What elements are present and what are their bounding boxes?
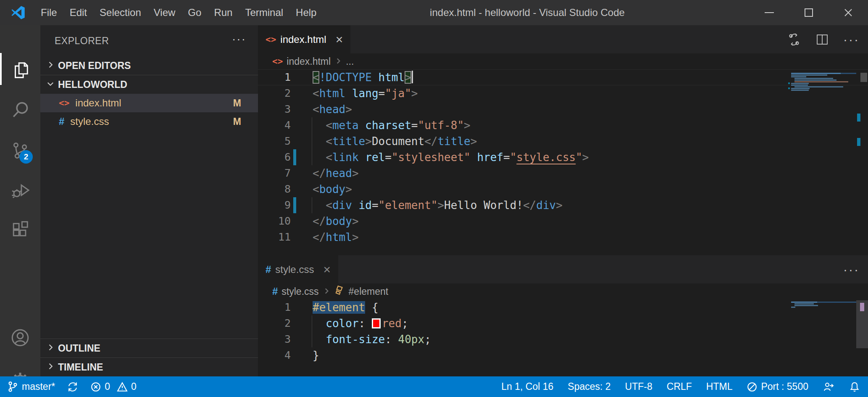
tab-close-icon[interactable]: ×	[336, 33, 343, 46]
code-line-3[interactable]: 3<head>	[258, 101, 868, 117]
code-line-3[interactable]: 3 font-size: 40px;	[258, 331, 868, 347]
minimap-line	[791, 81, 856, 82]
maximize-button[interactable]	[789, 0, 829, 25]
code-line-9[interactable]: 9 <div id="element">Hello World!</div>	[258, 197, 868, 213]
breadcrumb-item-file[interactable]: style.css	[281, 286, 318, 297]
modified-mark	[857, 138, 860, 146]
section-timeline[interactable]: TIMELINE	[40, 358, 258, 376]
token: </	[313, 231, 326, 243]
close-button[interactable]	[829, 0, 868, 25]
menu-file[interactable]: File	[34, 0, 63, 25]
section-outline[interactable]: OUTLINE	[40, 339, 258, 357]
sidebar-more-actions-icon[interactable]: ···	[232, 37, 246, 41]
tab-close-icon[interactable]: ×	[323, 263, 331, 276]
breadcrumb-item-symbol[interactable]: #element	[349, 286, 389, 297]
code-line-5[interactable]: 5 <title>Document</title>	[258, 133, 868, 149]
scrollbar[interactable]	[856, 300, 868, 348]
open-changes-icon[interactable]	[787, 32, 801, 47]
tab-style-css[interactable]: # style.css ×	[258, 255, 338, 283]
tab-index-html[interactable]: <> index.html ×	[258, 25, 350, 53]
menu-selection[interactable]: Selection	[93, 0, 147, 25]
token: >	[471, 135, 477, 148]
line-number: 4	[258, 347, 291, 363]
split-editor-icon[interactable]	[815, 33, 829, 46]
line-number: 1	[258, 69, 291, 85]
minimize-button[interactable]	[750, 0, 789, 25]
maximize-icon	[805, 8, 813, 17]
file-style.css[interactable]: #style.cssM	[40, 112, 258, 131]
token: head	[319, 103, 346, 116]
feedback-button[interactable]	[823, 381, 834, 393]
close-icon	[843, 8, 853, 18]
color-swatch[interactable]	[372, 318, 381, 328]
token: </	[313, 167, 326, 180]
cursor-position-status[interactable]: Ln 1, Col 16	[501, 381, 553, 392]
search-icon[interactable]	[0, 92, 40, 128]
indent-guide	[312, 149, 312, 165]
token: link	[332, 151, 359, 164]
line-content: <link rel="stylesheet" href="style.css">	[313, 149, 589, 165]
line-number: 2	[258, 85, 291, 101]
line-number: 8	[258, 181, 291, 197]
problems-status[interactable]: 0 0	[90, 381, 137, 392]
encoding-status[interactable]: UTF-8	[625, 381, 652, 392]
breadcrumb-item-file[interactable]: index.html	[287, 56, 331, 67]
section-label: HELLOWORLD	[58, 79, 127, 90]
code-line-1[interactable]: 1<!DOCTYPE html>	[258, 69, 868, 85]
minimap-line	[791, 83, 856, 84]
extensions-icon[interactable]	[0, 212, 40, 248]
code-editor-style-css[interactable]: 1#element {2 color: red;3 font-size: 40p…	[258, 299, 868, 376]
code-line-2[interactable]: 2<html lang="ja">	[258, 85, 868, 101]
section-open-editors[interactable]: OPEN EDITORS	[40, 56, 258, 75]
live-server-port-status[interactable]: Port : 5500	[747, 381, 808, 392]
git-branch-status[interactable]: master*	[8, 381, 55, 393]
more-actions-icon[interactable]: ···	[843, 267, 860, 272]
code-line-6[interactable]: 6 <link rel="stylesheet" href="style.css…	[258, 149, 868, 165]
minimap-line	[791, 76, 856, 77]
code-line-11[interactable]: 11</html>	[258, 229, 868, 245]
minimap[interactable]	[791, 302, 856, 308]
code-line-7[interactable]: 7</head>	[258, 165, 868, 181]
menu-edit[interactable]: Edit	[63, 0, 93, 25]
account-icon[interactable]	[0, 320, 40, 356]
line-content: <body>	[313, 181, 352, 197]
source-control-icon[interactable]	[0, 132, 40, 169]
code-line-8[interactable]: 8<body>	[258, 181, 868, 197]
menu-terminal[interactable]: Terminal	[239, 0, 289, 25]
explorer-icon[interactable]	[0, 52, 40, 88]
bell-icon	[849, 381, 860, 393]
menu-go[interactable]: Go	[181, 0, 208, 25]
run-debug-icon[interactable]	[0, 172, 40, 209]
eol-status[interactable]: CRLF	[667, 381, 692, 392]
minimap[interactable]	[791, 73, 856, 91]
menu-help[interactable]: Help	[289, 0, 323, 25]
html-file-icon: <>	[59, 98, 69, 108]
token	[345, 87, 352, 100]
sync-button[interactable]	[67, 381, 79, 393]
line-number: 2	[258, 315, 291, 331]
minimap-modified-mark	[788, 82, 790, 84]
code-line-10[interactable]: 10</body>	[258, 213, 868, 229]
token: >	[405, 71, 411, 84]
code-line-4[interactable]: 4 <meta charset="utf-8">	[258, 117, 868, 133]
menu-view[interactable]: View	[147, 0, 182, 25]
breadcrumb-item-tail[interactable]: ...	[346, 56, 354, 67]
section-folder-helloworld[interactable]: HELLOWORLD	[40, 75, 258, 94]
token: }	[313, 349, 319, 362]
more-actions-icon[interactable]: ···	[843, 37, 860, 42]
notifications-bell-button[interactable]	[849, 381, 860, 393]
code-line-1[interactable]: 1#element {	[258, 299, 868, 315]
code-line-4[interactable]: 4}	[258, 347, 868, 363]
scrollbar-thumb[interactable]	[860, 73, 867, 82]
code-line-2[interactable]: 2 color: red;	[258, 315, 868, 331]
token	[313, 135, 326, 148]
token: >	[582, 151, 589, 164]
title-bar: FileEditSelectionViewGoRunTerminalHelp i…	[0, 0, 868, 25]
indentation-status[interactable]: Spaces: 2	[568, 381, 610, 392]
menu-run[interactable]: Run	[208, 0, 239, 25]
language-mode-status[interactable]: HTML	[706, 381, 733, 392]
token: charset	[365, 119, 411, 132]
file-index.html[interactable]: <>index.htmlM	[40, 94, 258, 112]
code-editor-index-html[interactable]: 1<!DOCTYPE html>2<html lang="ja">3<head>…	[258, 69, 868, 255]
warning-count: 0	[131, 381, 137, 392]
